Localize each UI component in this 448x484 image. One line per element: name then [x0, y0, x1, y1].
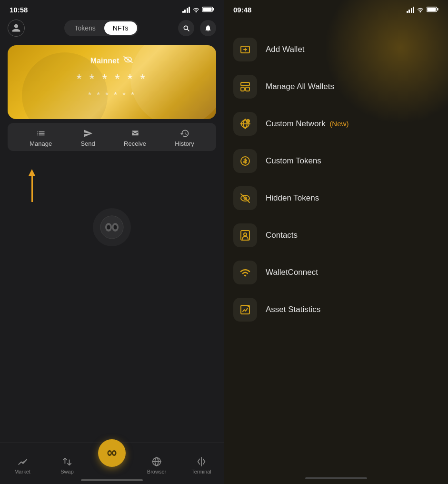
eye-slash-icon: [123, 56, 133, 66]
signal-icon-right: [407, 7, 415, 13]
nav-terminal-label: Terminal: [191, 469, 211, 474]
custom-tokens-icon-wrap: [233, 149, 257, 173]
svg-rect-2: [203, 7, 211, 11]
nav-market-label: Market: [14, 469, 30, 474]
nav-terminal[interactable]: Terminal: [179, 456, 224, 474]
balance-hidden-main: * * * * * *: [19, 71, 205, 87]
hidden-tokens-icon-wrap: [233, 186, 257, 210]
left-phone: 10:58: [0, 0, 224, 484]
custom-network-label: Custom Network (New): [266, 119, 348, 129]
time-right: 09:48: [233, 6, 251, 14]
arrowhead-up: [29, 169, 35, 176]
svg-rect-24: [241, 87, 244, 91]
nav-swap[interactable]: Swap: [45, 456, 90, 474]
custom-network-icon-wrap: [233, 112, 257, 136]
nav-icons: [178, 20, 216, 36]
svg-point-9: [107, 225, 110, 230]
svg-rect-18: [437, 8, 438, 10]
svg-point-14: [113, 452, 115, 454]
menu-item-hidden-tokens[interactable]: Hidden Tokens: [233, 180, 438, 217]
history-label: History: [175, 140, 194, 147]
wallet-card[interactable]: Mainnet * * * * * * * * * * * *: [8, 45, 216, 119]
svg-rect-1: [213, 8, 214, 10]
arrow-shaft: [31, 176, 33, 202]
action-bar: Manage Send Receive History: [8, 123, 216, 151]
svg-point-37: [248, 305, 249, 307]
top-nav: Tokens NFTs: [0, 17, 224, 41]
battery-icon-right: [427, 6, 438, 14]
wifi-icon-right: [417, 6, 424, 14]
svg-rect-23: [241, 82, 249, 86]
manage-wallets-label: Manage All Wallets: [266, 82, 334, 91]
manage-arrow-annotation: [29, 169, 35, 202]
search-button[interactable]: [178, 20, 194, 36]
time-left: 10:58: [10, 6, 28, 14]
new-badge: (New): [329, 120, 348, 128]
hidden-tokens-label: Hidden Tokens: [266, 193, 319, 203]
menu-item-manage-wallets[interactable]: Manage All Wallets: [233, 68, 438, 105]
svg-point-13: [109, 452, 111, 454]
asset-statistics-label: Asset Statistics: [266, 305, 320, 314]
nav-swap-label: Swap: [60, 469, 74, 474]
battery-icon: [202, 6, 214, 14]
manage-wallets-icon-wrap: [233, 75, 257, 99]
wallet-connect-label: WalletConnect: [266, 268, 318, 277]
bottom-nav: Market Swap: [0, 443, 224, 484]
svg-point-10: [114, 225, 117, 230]
status-bar-right: 09:48: [224, 0, 448, 17]
signal-icon: [182, 7, 190, 13]
svg-point-35: [244, 233, 247, 236]
wallet-connect-icon-wrap: [233, 261, 257, 284]
send-label: Send: [80, 140, 95, 147]
svg-rect-25: [246, 87, 249, 91]
status-bar-left: 10:58: [0, 0, 224, 17]
tab-nfts[interactable]: NFTs: [104, 21, 137, 35]
avatar-icon[interactable]: [8, 20, 25, 37]
add-wallet-icon-wrap: [233, 38, 257, 61]
notification-button[interactable]: [200, 20, 216, 36]
nav-browser[interactable]: Browser: [134, 456, 179, 474]
wifi-icon: [192, 6, 200, 14]
menu-list: Add Wallet Manage All Wallets: [224, 17, 448, 328]
home-indicator-right: [305, 477, 367, 479]
status-icons-left: [182, 6, 215, 14]
receive-label: Receive: [124, 140, 146, 147]
menu-item-asset-statistics[interactable]: Asset Statistics: [233, 291, 438, 328]
nav-browser-label: Browser: [147, 469, 166, 474]
home-indicator-left: [81, 479, 143, 481]
status-icons-right: [407, 6, 439, 14]
nav-center-logo[interactable]: [90, 439, 134, 467]
manage-label: Manage: [30, 140, 52, 147]
send-action[interactable]: Send: [80, 129, 95, 147]
history-action[interactable]: History: [175, 129, 194, 147]
tab-tokens[interactable]: Tokens: [66, 21, 104, 35]
center-logo-button[interactable]: [98, 439, 126, 467]
nft-empty-icon: [93, 208, 131, 246]
network-label: Mainnet: [90, 57, 119, 65]
manage-action[interactable]: Manage: [30, 129, 52, 147]
right-phone: 09:48: [224, 0, 448, 484]
receive-action[interactable]: Receive: [124, 129, 146, 147]
balance-hidden-sub: * * * * * *: [19, 91, 205, 101]
asset-statistics-icon-wrap: [233, 298, 257, 322]
svg-rect-19: [427, 7, 436, 11]
custom-tokens-label: Custom Tokens: [266, 156, 321, 166]
menu-item-contacts[interactable]: Contacts: [233, 217, 438, 254]
contacts-icon-wrap: [233, 223, 257, 247]
card-header: Mainnet: [19, 56, 205, 66]
menu-item-custom-network[interactable]: Custom Network (New): [233, 105, 438, 142]
nav-market[interactable]: Market: [0, 456, 45, 474]
nav-tabs: Tokens NFTs: [64, 20, 138, 36]
menu-item-add-wallet[interactable]: Add Wallet: [233, 31, 438, 68]
menu-item-wallet-connect[interactable]: WalletConnect: [233, 254, 438, 291]
contacts-label: Contacts: [266, 231, 298, 240]
menu-item-custom-tokens[interactable]: Custom Tokens: [233, 142, 438, 180]
add-wallet-label: Add Wallet: [266, 45, 305, 54]
